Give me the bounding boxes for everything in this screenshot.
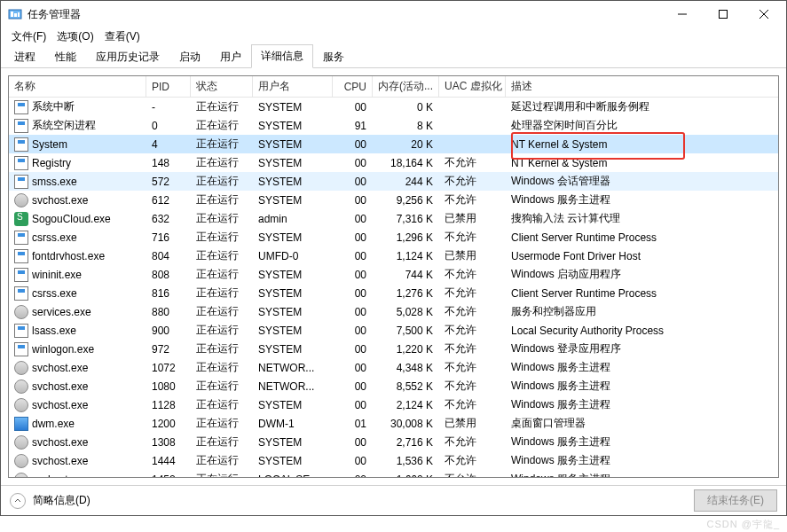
process-name: 系统中断 bbox=[32, 99, 75, 114]
table-row[interactable]: Registry148正在运行SYSTEM0018,164 K不允许NT Ker… bbox=[9, 153, 778, 172]
col-pid[interactable]: PID bbox=[146, 76, 191, 97]
process-icon bbox=[14, 212, 28, 226]
cell-cpu: 00 bbox=[333, 265, 373, 284]
table-row[interactable]: wininit.exe808正在运行SYSTEM00744 K不允许Window… bbox=[9, 265, 778, 284]
tab-2[interactable]: 应用历史记录 bbox=[86, 45, 169, 68]
table-row[interactable]: svchost.exe612正在运行SYSTEM009,256 K不允许Wind… bbox=[9, 191, 778, 209]
cell-user: SYSTEM bbox=[253, 433, 333, 451]
cell-pid: 572 bbox=[146, 172, 191, 191]
brief-info-link[interactable]: 简略信息(D) bbox=[33, 493, 91, 508]
table-row[interactable]: System4正在运行SYSTEM0020 KNT Kernel & Syste… bbox=[9, 135, 778, 153]
table-row[interactable]: svchost.exe1080正在运行NETWOR...008,552 K不允许… bbox=[9, 377, 778, 395]
collapse-icon[interactable] bbox=[10, 493, 26, 509]
menubar: 文件(F) 选项(O) 查看(V) bbox=[1, 27, 786, 45]
cell-cpu: 00 bbox=[333, 358, 373, 377]
process-icon bbox=[14, 379, 28, 394]
cell-desc: Windows 服务主进程 bbox=[506, 395, 778, 414]
svg-rect-5 bbox=[720, 11, 728, 19]
menu-options[interactable]: 选项(O) bbox=[53, 27, 97, 46]
tab-6[interactable]: 服务 bbox=[313, 45, 354, 68]
end-task-button[interactable]: 结束任务(E) bbox=[694, 489, 777, 512]
process-name: csrss.exe bbox=[32, 287, 77, 300]
cell-user: SYSTEM bbox=[253, 153, 333, 172]
cell-uac: 不允许 bbox=[439, 340, 506, 358]
maximize-button[interactable] bbox=[703, 1, 744, 27]
table-row[interactable]: svchost.exe1444正在运行SYSTEM001,536 K不允许Win… bbox=[9, 451, 778, 470]
cell-mem: 244 K bbox=[373, 172, 439, 191]
col-desc[interactable]: 描述 bbox=[506, 76, 778, 97]
table-row[interactable]: lsass.exe900正在运行SYSTEM007,500 K不允许Local … bbox=[9, 321, 778, 340]
table-row[interactable]: svchost.exe1308正在运行SYSTEM002,716 K不允许Win… bbox=[9, 433, 778, 451]
cell-user: NETWOR... bbox=[253, 358, 333, 377]
process-icon bbox=[14, 100, 28, 114]
cell-mem: 7,500 K bbox=[373, 321, 439, 340]
tab-3[interactable]: 启动 bbox=[169, 45, 210, 68]
col-status[interactable]: 状态 bbox=[191, 76, 253, 97]
cell-cpu: 00 bbox=[333, 395, 373, 414]
cell-pid: 148 bbox=[146, 153, 191, 172]
titlebar[interactable]: 任务管理器 bbox=[1, 1, 786, 27]
process-name: fontdrvhost.exe bbox=[32, 250, 105, 262]
tab-0[interactable]: 进程 bbox=[4, 45, 45, 68]
cell-user: SYSTEM bbox=[253, 191, 333, 209]
tab-5[interactable]: 详细信息 bbox=[251, 44, 313, 68]
col-uac[interactable]: UAC 虚拟化 bbox=[439, 76, 506, 97]
cell-status: 正在运行 bbox=[191, 265, 253, 284]
table-row[interactable]: svchost.exe1072正在运行NETWOR...004,348 K不允许… bbox=[9, 358, 778, 377]
process-rows[interactable]: 系统中断-正在运行SYSTEM000 K延迟过程调用和中断服务例程系统空闲进程0… bbox=[9, 98, 778, 477]
table-row[interactable]: svchost.exe1452正在运行LOCAL SE...001,660 K不… bbox=[9, 470, 778, 477]
cell-pid: 716 bbox=[146, 228, 191, 246]
column-headers[interactable]: 名称 PID 状态 用户名 CPU 内存(活动... UAC 虚拟化 描述 bbox=[9, 76, 778, 98]
cell-uac: 不允许 bbox=[439, 302, 506, 321]
col-cpu[interactable]: CPU bbox=[333, 76, 373, 97]
cell-mem: 7,316 K bbox=[373, 209, 439, 228]
process-icon bbox=[14, 473, 28, 478]
cell-status: 正在运行 bbox=[191, 470, 253, 477]
process-name: svchost.exe bbox=[32, 436, 88, 449]
details-panel: 名称 PID 状态 用户名 CPU 内存(活动... UAC 虚拟化 描述 系统… bbox=[1, 68, 786, 485]
cell-user: SYSTEM bbox=[253, 451, 333, 470]
cell-desc: 处理器空闲时间百分比 bbox=[506, 116, 778, 135]
table-row[interactable]: dwm.exe1200正在运行DWM-10130,008 K已禁用桌面窗口管理器 bbox=[9, 414, 778, 433]
table-row[interactable]: services.exe880正在运行SYSTEM005,028 K不允许服务和… bbox=[9, 302, 778, 321]
cell-mem: 8,552 K bbox=[373, 377, 439, 395]
cell-pid: 1452 bbox=[146, 470, 191, 477]
cell-status: 正在运行 bbox=[191, 135, 253, 153]
table-row[interactable]: smss.exe572正在运行SYSTEM00244 K不允许Windows 会… bbox=[9, 172, 778, 191]
col-name[interactable]: 名称 bbox=[9, 76, 146, 97]
table-row[interactable]: svchost.exe1128正在运行SYSTEM002,124 K不允许Win… bbox=[9, 395, 778, 414]
cell-status: 正在运行 bbox=[191, 451, 253, 470]
cell-status: 正在运行 bbox=[191, 377, 253, 395]
table-row[interactable]: csrss.exe716正在运行SYSTEM001,296 K不允许Client… bbox=[9, 228, 778, 246]
tab-4[interactable]: 用户 bbox=[210, 45, 251, 68]
process-grid: 名称 PID 状态 用户名 CPU 内存(活动... UAC 虚拟化 描述 系统… bbox=[8, 75, 779, 478]
cell-mem: 1,220 K bbox=[373, 340, 439, 358]
cell-mem: 2,716 K bbox=[373, 433, 439, 451]
table-row[interactable]: SogouCloud.exe632正在运行admin007,316 K已禁用搜狗… bbox=[9, 209, 778, 228]
cell-desc: Windows 服务主进程 bbox=[506, 358, 778, 377]
tab-1[interactable]: 性能 bbox=[45, 45, 86, 68]
task-manager-window: 任务管理器 文件(F) 选项(O) 查看(V) 进程性能应用历史记录启动用户详细… bbox=[0, 0, 787, 516]
cell-status: 正在运行 bbox=[191, 209, 253, 228]
menu-view[interactable]: 查看(V) bbox=[101, 27, 144, 46]
table-row[interactable]: fontdrvhost.exe804正在运行UMFD-0001,124 K已禁用… bbox=[9, 246, 778, 265]
cell-status: 正在运行 bbox=[191, 340, 253, 358]
cell-status: 正在运行 bbox=[191, 358, 253, 377]
menu-file[interactable]: 文件(F) bbox=[8, 27, 50, 46]
table-row[interactable]: csrss.exe816正在运行SYSTEM001,276 K不允许Client… bbox=[9, 284, 778, 302]
cell-mem: 4,348 K bbox=[373, 358, 439, 377]
table-row[interactable]: winlogon.exe972正在运行SYSTEM001,220 K不允许Win… bbox=[9, 340, 778, 358]
cell-pid: 1128 bbox=[146, 395, 191, 414]
cell-uac: 不允许 bbox=[439, 451, 506, 470]
close-button[interactable] bbox=[744, 1, 784, 27]
cell-status: 正在运行 bbox=[191, 98, 253, 116]
process-icon bbox=[14, 175, 28, 189]
minimize-button[interactable] bbox=[662, 1, 703, 27]
col-mem[interactable]: 内存(活动... bbox=[373, 76, 439, 97]
cell-cpu: 00 bbox=[333, 135, 373, 153]
table-row[interactable]: 系统中断-正在运行SYSTEM000 K延迟过程调用和中断服务例程 bbox=[9, 98, 778, 116]
col-user[interactable]: 用户名 bbox=[253, 76, 333, 97]
process-name: svchost.exe bbox=[32, 473, 88, 478]
table-row[interactable]: 系统空闲进程0正在运行SYSTEM918 K处理器空闲时间百分比 bbox=[9, 116, 778, 135]
cell-uac: 不允许 bbox=[439, 395, 506, 414]
